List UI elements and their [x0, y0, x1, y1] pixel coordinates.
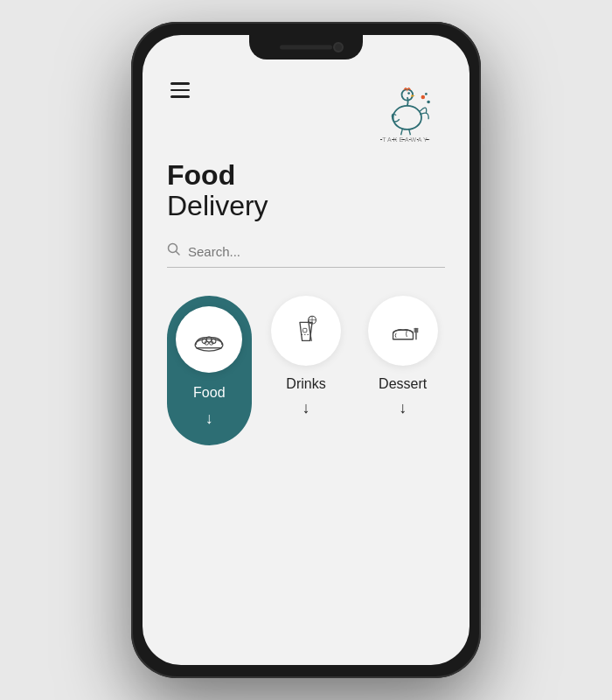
food-label: Food: [193, 385, 225, 401]
svg-line-10: [177, 252, 180, 256]
svg-point-2: [407, 92, 410, 94]
food-arrow: ↓: [205, 410, 213, 428]
app-header: A·POLLO TAKEAWAY: [167, 70, 445, 143]
phone-frame: A·POLLO TAKEAWAY Food Delivery: [131, 22, 481, 678]
svg-point-0: [393, 106, 421, 130]
menu-button[interactable]: [167, 79, 193, 102]
drinks-arrow: ↓: [303, 399, 310, 417]
drinks-label: Drinks: [286, 376, 325, 392]
food-icon-circle: [176, 306, 242, 373]
phone-notch: [249, 35, 363, 60]
logo-tagline: TAKEAWAY: [382, 136, 428, 143]
svg-point-5: [421, 95, 426, 100]
page-title: Food Delivery: [167, 160, 445, 221]
category-drinks[interactable]: Drinks ↓: [264, 296, 349, 417]
notch-speaker: [280, 46, 332, 50]
dessert-label: Dessert: [379, 376, 427, 392]
search-input[interactable]: [188, 244, 445, 259]
search-icon: [167, 242, 181, 260]
logo: A·POLLO TAKEAWAY: [366, 79, 445, 143]
drink-icon: [287, 312, 325, 350]
search-bar[interactable]: [167, 242, 445, 268]
phone-screen: A·POLLO TAKEAWAY Food Delivery: [143, 35, 469, 665]
svg-point-6: [427, 101, 430, 104]
svg-point-11: [195, 339, 223, 351]
notch-camera: [333, 42, 344, 52]
categories-section: Food ↓: [167, 296, 445, 445]
category-dessert[interactable]: Dessert ↓: [360, 296, 445, 417]
dessert-icon-circle: [368, 296, 438, 366]
title-bold: Food: [167, 159, 235, 191]
svg-rect-23: [303, 329, 306, 332]
drinks-icon-circle: [271, 296, 341, 366]
cake-icon: [384, 312, 422, 350]
svg-line-3: [401, 129, 403, 135]
apollo-logo-svg: A·POLLO: [366, 79, 445, 140]
category-food[interactable]: Food ↓: [167, 296, 252, 445]
dessert-arrow: ↓: [399, 399, 407, 417]
title-light: Delivery: [167, 190, 268, 221]
svg-point-7: [425, 93, 428, 95]
bowl-icon: [190, 320, 228, 359]
page-title-section: Food Delivery: [167, 160, 445, 221]
